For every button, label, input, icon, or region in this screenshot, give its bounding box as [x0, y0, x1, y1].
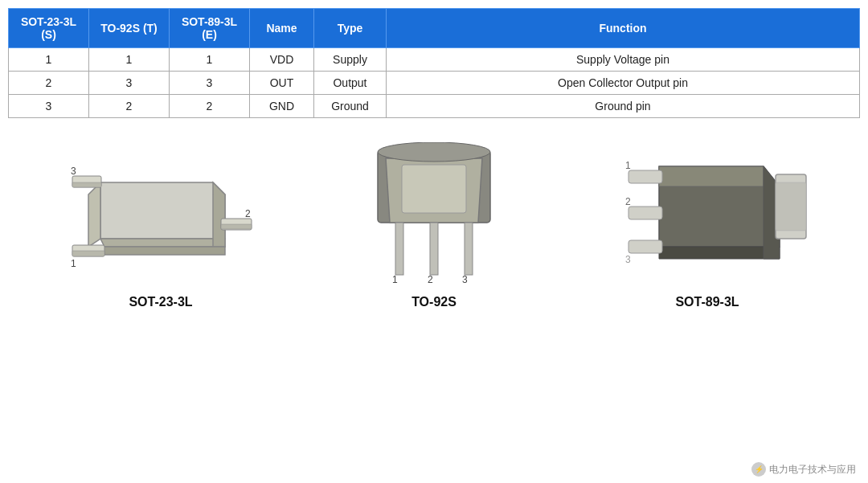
cell-type-2: Ground — [314, 95, 387, 118]
svg-text:2: 2 — [428, 274, 433, 285]
cell-sot89-1: 3 — [170, 72, 250, 95]
cell-name-0: VDD — [250, 48, 314, 72]
svg-text:1: 1 — [71, 258, 76, 269]
cell-type-0: Supply — [314, 48, 387, 72]
cell-sot23-1: 2 — [9, 72, 89, 95]
table-row: 322GNDGroundGround pin — [9, 95, 860, 118]
header-function: Function — [387, 9, 860, 48]
header-name: Name — [250, 9, 314, 48]
svg-text:1: 1 — [392, 274, 398, 285]
cell-to92-0: 1 — [89, 48, 170, 72]
svg-rect-18 — [395, 223, 403, 275]
cell-function-2: Ground pin — [387, 95, 860, 118]
header-to92: TO-92S (T) — [89, 9, 170, 48]
svg-marker-1 — [100, 239, 225, 247]
svg-text:2: 2 — [625, 196, 631, 207]
sot23-label: SOT-23-3L — [129, 295, 192, 309]
to92-diagram: 1 2 3 TO-92S — [313, 142, 555, 309]
svg-marker-3 — [213, 182, 225, 247]
svg-point-17 — [378, 142, 490, 162]
svg-rect-12 — [72, 251, 104, 256]
svg-text:2: 2 — [245, 208, 251, 219]
watermark: ⚡ 电力电子技术与应用 — [751, 462, 856, 477]
cell-sot89-0: 1 — [170, 48, 250, 72]
cell-to92-1: 3 — [89, 72, 170, 95]
svg-text:1: 1 — [625, 160, 631, 171]
svg-rect-29 — [776, 182, 806, 231]
svg-marker-0 — [100, 182, 225, 239]
sot23-image: 3 2 1 — [64, 142, 257, 287]
svg-text:3: 3 — [71, 166, 76, 177]
cell-function-0: Supply Voltage pin — [387, 48, 860, 72]
svg-marker-25 — [659, 166, 764, 186]
table-row: 111VDDSupplySupply Voltage pin — [9, 48, 860, 72]
svg-text:3: 3 — [462, 274, 468, 285]
sot89-image: 1 2 3 — [611, 142, 804, 287]
svg-rect-32 — [628, 207, 662, 219]
watermark-text: 电力电子技术与应用 — [769, 463, 856, 477]
svg-rect-30 — [628, 170, 662, 183]
svg-rect-6 — [72, 182, 101, 187]
svg-marker-2 — [88, 182, 100, 247]
to92-label: TO-92S — [411, 295, 457, 309]
table-row: 233OUTOutputOpen Collector Output pin — [9, 72, 860, 95]
header-sot89: SOT-89-3L (E) — [170, 9, 250, 48]
cell-name-1: OUT — [250, 72, 314, 95]
cell-type-1: Output — [314, 72, 387, 95]
svg-marker-4 — [88, 247, 225, 255]
cell-sot23-2: 3 — [9, 95, 89, 118]
sot23-diagram: 3 2 1 SOT-23-3L — [40, 142, 281, 309]
sot89-label: SOT-89-3L — [675, 295, 739, 309]
watermark-icon: ⚡ — [751, 462, 766, 477]
diagrams-section: 3 2 1 SOT-23-3L — [0, 126, 868, 317]
svg-rect-22 — [465, 223, 473, 275]
svg-marker-26 — [659, 247, 780, 259]
cell-function-1: Open Collector Output pin — [387, 72, 860, 95]
header-sot23: SOT-23-3L (S) — [9, 9, 89, 48]
svg-rect-20 — [430, 223, 438, 275]
sot89-diagram: 1 2 3 SOT-89-3L — [587, 142, 828, 309]
pin-table: SOT-23-3L (S) TO-92S (T) SOT-89-3L (E) N… — [8, 8, 860, 118]
cell-name-2: GND — [250, 95, 314, 118]
cell-sot23-0: 1 — [9, 48, 89, 72]
svg-rect-34 — [628, 240, 662, 253]
cell-to92-2: 2 — [89, 95, 170, 118]
pin-table-section: SOT-23-3L (S) TO-92S (T) SOT-89-3L (E) N… — [0, 0, 868, 118]
svg-rect-9 — [221, 224, 252, 229]
svg-rect-16 — [402, 165, 466, 213]
cell-sot89-2: 2 — [170, 95, 250, 118]
svg-text:3: 3 — [625, 254, 631, 265]
to92-image: 1 2 3 — [354, 142, 514, 287]
header-type: Type — [314, 9, 387, 48]
